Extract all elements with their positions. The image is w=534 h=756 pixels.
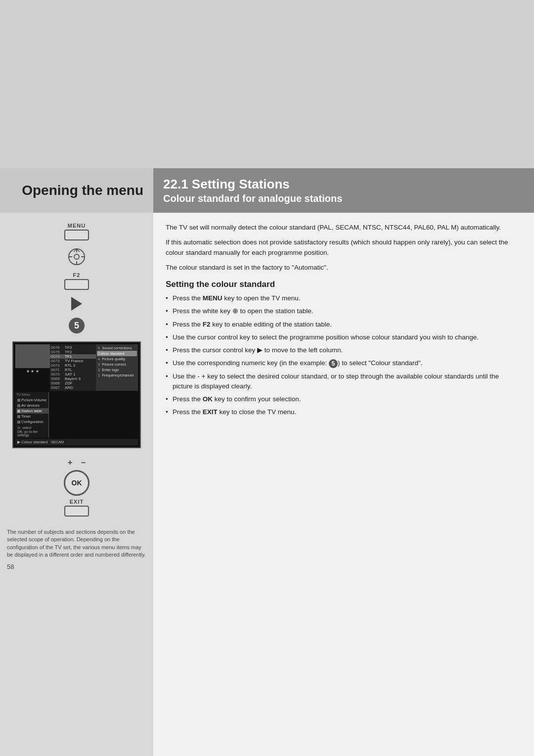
tv-channel-item-highlighted: 0074TF1	[50, 354, 96, 359]
page: Opening the menu 22.1 Setting Stations C…	[0, 0, 534, 756]
f2-button-group: F2	[64, 272, 89, 290]
tv-channel-item: 0070SAT 1	[50, 372, 96, 377]
tv-channel-item: 0072RTL 2	[50, 363, 96, 368]
bullet-item: Press the white key ⊕ to open the statio…	[166, 306, 519, 316]
subsection-title: Setting the colour standard	[166, 280, 519, 289]
tv-channel-item: 0073TV France	[50, 359, 96, 363]
cursor-right-icon	[71, 297, 82, 311]
f2-rect-button[interactable]	[64, 279, 89, 290]
bullet-item: Press the cursor control key ▶ to move t…	[166, 345, 519, 355]
ok-exit-group: + – OK EXIT	[64, 458, 89, 517]
exit-label: EXIT	[70, 499, 84, 505]
footer-note: The number of subjects and sections depe…	[7, 528, 146, 559]
paragraph-3: The colour standard is set in the factor…	[166, 263, 519, 273]
plus-label: +	[68, 458, 72, 467]
paragraph-2: If this automatic selection does not pro…	[166, 237, 519, 258]
tv-right-item: 1 Frequency/channel	[97, 373, 137, 378]
tv-right-col: 6 Sound corrections Colour standard 4 Pi…	[96, 344, 138, 391]
exit-rect-button[interactable]	[64, 506, 89, 517]
bullet-item: Use the cursor control key to select the…	[166, 332, 519, 342]
right-header: 22.1 Setting Stations Colour standard fo…	[153, 168, 534, 213]
svg-point-1	[74, 254, 79, 259]
tv-channel-item: 0076TF3	[50, 345, 96, 350]
plus-minus-row: + –	[68, 458, 86, 467]
tv-channel-item: 0068ZDF	[50, 381, 96, 385]
menu-button-group: MENU	[64, 223, 89, 240]
tv-right-item: 6 Sound corrections	[97, 345, 137, 351]
bullet-list: Press the MENU key to open the TV menu. …	[166, 293, 519, 418]
right-content: The TV set will normally detect the colo…	[153, 213, 534, 756]
tv-right-item: 3 Picture correct.	[97, 362, 137, 367]
top-gray-area	[0, 0, 534, 168]
minus-label: –	[81, 458, 86, 467]
bullet-item: Press the OK key to confirm your selecti…	[166, 394, 519, 404]
page-number: 58	[7, 563, 146, 570]
bullet-item: Use the - + key to select the desired co…	[166, 372, 519, 392]
antenna-icon	[67, 247, 86, 266]
bullet-item: Press the F2 key to enable editing of th…	[166, 320, 519, 330]
ok-button[interactable]: OK	[64, 470, 89, 496]
left-header: Opening the menu	[0, 168, 153, 213]
paragraph-1: The TV set will normally detect the colo…	[166, 223, 519, 233]
exit-group: EXIT	[64, 499, 89, 517]
section-title: 22.1 Setting Stations	[163, 177, 524, 192]
header-row: Opening the menu 22.1 Setting Stations C…	[0, 168, 534, 213]
tv-channel-item: 0071RTL	[50, 368, 96, 372]
page-title: Opening the menu	[22, 182, 143, 199]
tv-bottom-bar: ▶ Colour standard SECAM	[15, 439, 138, 445]
tv-channel-list: 0076TF3 0075TF2 0074TF1 0073TV France 00…	[50, 344, 96, 391]
tv-screenshot: ★ ★ ★ 0076TF3 0075TF2 0074TF1 0073TV Fra…	[12, 341, 141, 448]
menu-rect-button[interactable]	[64, 230, 89, 240]
tv-channel-item: 0069Bayern 3	[50, 377, 96, 381]
number-5-button[interactable]: 5	[69, 318, 85, 333]
bullet-item: Press the EXIT key to close the TV menu.	[166, 407, 519, 417]
tv-right-item: 2 Enter logo	[97, 367, 137, 373]
bullet-item: Press the MENU key to open the TV menu.	[166, 293, 519, 303]
tv-channel-item: 0075TF2	[50, 350, 96, 354]
bullet-item: Use the corresponding numeric key (in th…	[166, 358, 519, 368]
left-panel: MENU F2	[0, 213, 153, 756]
content-row: MENU F2	[0, 213, 534, 756]
tv-channel-item: 0067ARD	[50, 385, 96, 390]
tv-right-item: 4 Picture quality	[97, 356, 137, 362]
tv-right-item-highlighted: Colour standard	[97, 351, 137, 356]
section-subtitle: Colour standard for analogue stations	[163, 193, 524, 204]
menu-label: MENU	[68, 223, 86, 229]
f2-label: F2	[73, 272, 81, 278]
